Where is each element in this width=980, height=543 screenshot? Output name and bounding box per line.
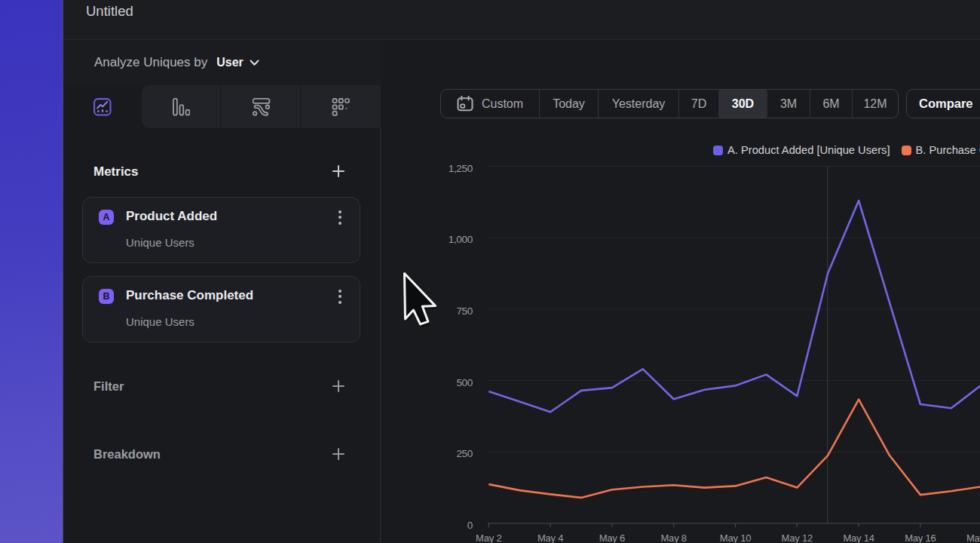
- svg-text:May 4: May 4: [537, 532, 563, 543]
- svg-text:500: 500: [456, 377, 473, 388]
- svg-text:May 14: May 14: [843, 532, 874, 543]
- svg-text:750: 750: [456, 305, 473, 317]
- svg-text:0: 0: [467, 520, 473, 531]
- svg-text:May 10: May 10: [720, 532, 751, 543]
- svg-text:May 12: May 12: [782, 532, 813, 543]
- svg-text:May 2: May 2: [476, 532, 501, 543]
- svg-text:May 6: May 6: [599, 532, 625, 543]
- svg-text:May 16: May 16: [905, 532, 936, 543]
- svg-text:May 8: May 8: [660, 532, 686, 543]
- svg-text:1,250: 1,250: [449, 163, 473, 174]
- svg-text:250: 250: [456, 448, 473, 459]
- svg-text:1,000: 1,000: [449, 234, 473, 245]
- svg-text:May 18: May 18: [966, 532, 980, 543]
